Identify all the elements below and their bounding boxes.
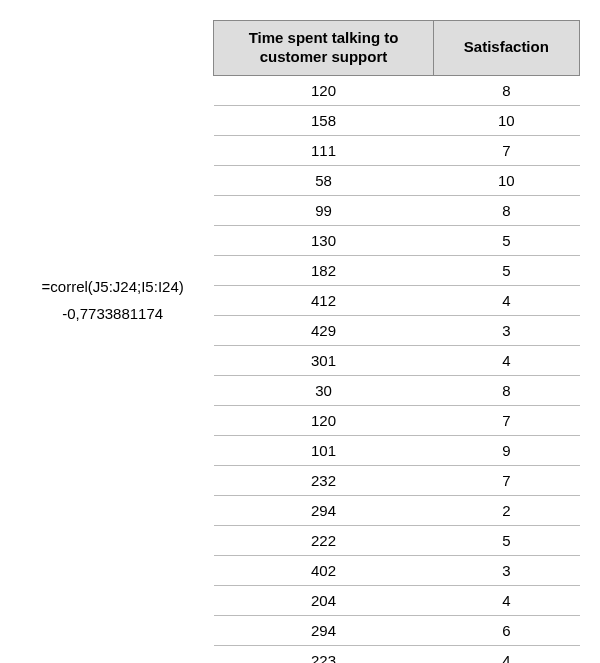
cell-satisfaction: 3 (433, 315, 579, 345)
cell-satisfaction: 7 (433, 135, 579, 165)
header-row: Time spent talking to customer support S… (214, 21, 580, 76)
cell-time: 294 (214, 495, 433, 525)
cell-time: 402 (214, 555, 433, 585)
cell-time: 30 (214, 375, 433, 405)
cell-time: 204 (214, 585, 433, 615)
cell-satisfaction: 4 (433, 285, 579, 315)
cell-time: 101 (214, 435, 433, 465)
cell-time: 158 (214, 105, 433, 135)
cell-satisfaction: 5 (433, 255, 579, 285)
table-row: 308 (214, 375, 580, 405)
cell-satisfaction: 4 (433, 345, 579, 375)
header-satisfaction: Satisfaction (433, 21, 579, 76)
cell-time: 294 (214, 615, 433, 645)
cell-satisfaction: 10 (433, 165, 579, 195)
cell-time: 182 (214, 255, 433, 285)
cell-satisfaction: 8 (433, 75, 579, 105)
formula-panel: =correl(J5:J24;I5:I24) -0,7733881174 (20, 20, 213, 322)
table-row: 4124 (214, 285, 580, 315)
table-row: 1825 (214, 255, 580, 285)
cell-time: 429 (214, 315, 433, 345)
table-row: 2942 (214, 495, 580, 525)
table-row: 15810 (214, 105, 580, 135)
cell-satisfaction: 7 (433, 465, 579, 495)
table-row: 2044 (214, 585, 580, 615)
cell-satisfaction: 5 (433, 225, 579, 255)
cell-time: 111 (214, 135, 433, 165)
cell-time: 130 (214, 225, 433, 255)
table-row: 2234 (214, 645, 580, 663)
data-table-body: 1208158101117581099813051825412442933014… (214, 75, 580, 663)
cell-time: 232 (214, 465, 433, 495)
table-row: 4293 (214, 315, 580, 345)
cell-satisfaction: 3 (433, 555, 579, 585)
cell-satisfaction: 7 (433, 405, 579, 435)
cell-time: 99 (214, 195, 433, 225)
table-row: 4023 (214, 555, 580, 585)
cell-satisfaction: 8 (433, 375, 579, 405)
table-row: 2946 (214, 615, 580, 645)
cell-satisfaction: 10 (433, 105, 579, 135)
table-row: 1117 (214, 135, 580, 165)
table-row: 998 (214, 195, 580, 225)
table-row: 1019 (214, 435, 580, 465)
cell-time: 222 (214, 525, 433, 555)
cell-satisfaction: 8 (433, 195, 579, 225)
cell-satisfaction: 2 (433, 495, 579, 525)
cell-satisfaction: 4 (433, 585, 579, 615)
cell-time: 223 (214, 645, 433, 663)
formula-text: =correl(J5:J24;I5:I24) (20, 278, 205, 295)
table-row: 5810 (214, 165, 580, 195)
cell-satisfaction: 9 (433, 435, 579, 465)
formula-result: -0,7733881174 (20, 305, 205, 322)
header-time: Time spent talking to customer support (214, 21, 433, 76)
cell-time: 412 (214, 285, 433, 315)
table-row: 3014 (214, 345, 580, 375)
table-row: 1207 (214, 405, 580, 435)
table-row: 2225 (214, 525, 580, 555)
table-row: 2327 (214, 465, 580, 495)
cell-time: 58 (214, 165, 433, 195)
cell-time: 301 (214, 345, 433, 375)
data-table: Time spent talking to customer support S… (213, 20, 580, 663)
cell-satisfaction: 6 (433, 615, 579, 645)
table-row: 1305 (214, 225, 580, 255)
cell-satisfaction: 5 (433, 525, 579, 555)
main-container: =correl(J5:J24;I5:I24) -0,7733881174 Tim… (20, 20, 580, 663)
cell-time: 120 (214, 405, 433, 435)
table-row: 1208 (214, 75, 580, 105)
cell-satisfaction: 4 (433, 645, 579, 663)
cell-time: 120 (214, 75, 433, 105)
